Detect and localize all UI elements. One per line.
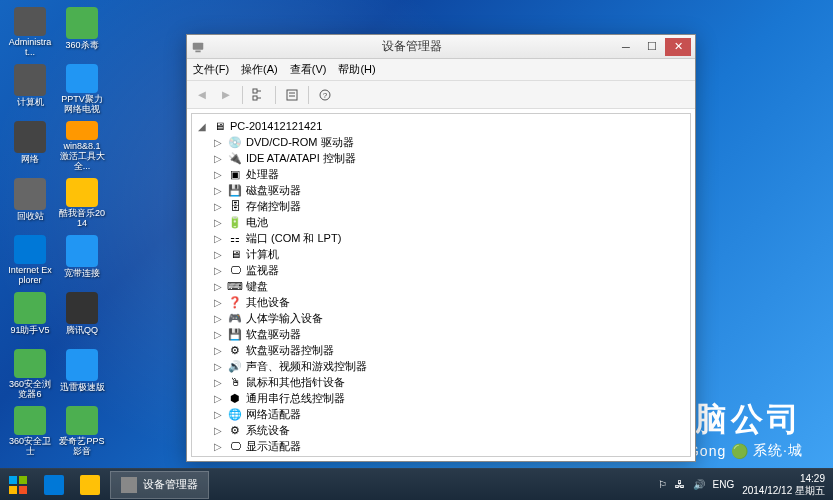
tree-node[interactable]: ▷💾软盘驱动器 [212, 326, 686, 342]
expand-icon[interactable]: ▷ [212, 217, 224, 228]
desktop-icon[interactable]: 回收站 [5, 176, 55, 231]
tree-view-button[interactable] [248, 84, 270, 106]
tree-node[interactable]: ▷💾磁盘驱动器 [212, 182, 686, 198]
icon-label: 360安全浏览器6 [7, 380, 53, 400]
desktop-icon[interactable]: PPTV聚力 网络电视 [57, 62, 107, 117]
tree-node[interactable]: ▷🌐网络适配器 [212, 406, 686, 422]
desktop-icon[interactable]: 计算机 [5, 62, 55, 117]
app-icon [14, 406, 46, 435]
expand-icon[interactable]: ▷ [212, 377, 224, 388]
taskbar-app-device-manager[interactable]: 设备管理器 [110, 471, 209, 499]
minimize-button[interactable]: ─ [613, 38, 639, 56]
node-label: 软盘驱动器控制器 [246, 343, 334, 358]
tree-node[interactable]: ▷🖵显示适配器 [212, 438, 686, 454]
svg-rect-1 [195, 50, 200, 52]
tree-node[interactable]: ▷⬢通用串行总线控制器 [212, 390, 686, 406]
menu-view[interactable]: 查看(V) [290, 62, 327, 77]
icon-label: 宽带连接 [64, 269, 100, 279]
properties-button[interactable] [281, 84, 303, 106]
desktop-icon[interactable]: 爱奇艺PPS影音 [57, 404, 107, 459]
close-button[interactable]: ✕ [665, 38, 691, 56]
expand-icon[interactable]: ▷ [212, 297, 224, 308]
tree-node[interactable]: ▷⌨键盘 [212, 278, 686, 294]
tree-node[interactable]: ▷⚙软盘驱动器控制器 [212, 342, 686, 358]
expand-icon[interactable]: ▷ [212, 393, 224, 404]
tree-node[interactable]: ▷❓其他设备 [212, 294, 686, 310]
tray-clock[interactable]: 14:29 2014/12/12 星期五 [742, 473, 825, 497]
taskbar-explorer-icon[interactable] [72, 471, 108, 499]
desktop-icon[interactable]: Administrat... [5, 5, 55, 60]
expand-icon[interactable]: ▷ [212, 169, 224, 180]
desktop-icon[interactable]: 360安全浏览器6 [5, 347, 55, 402]
tree-node[interactable]: ▷🗄存储控制器 [212, 198, 686, 214]
expand-icon[interactable]: ▷ [212, 441, 224, 452]
help-button[interactable]: ? [314, 84, 336, 106]
expand-icon[interactable]: ▷ [212, 329, 224, 340]
node-label: 键盘 [246, 279, 268, 294]
tree-node[interactable]: ▷🔊声音、视频和游戏控制器 [212, 358, 686, 374]
desktop-icon[interactable]: 酷我音乐2014 [57, 176, 107, 231]
tree-node[interactable]: ▷🎮人体学输入设备 [212, 310, 686, 326]
taskbar: 设备管理器 ⚐ 🖧 🔊 ENG 14:29 2014/12/12 星期五 [0, 468, 833, 500]
expand-icon[interactable]: ▷ [212, 185, 224, 196]
collapse-icon[interactable]: ◢ [196, 121, 208, 132]
app-icon [191, 40, 205, 54]
menu-action[interactable]: 操作(A) [241, 62, 278, 77]
tree-node[interactable]: ▷🖥计算机 [212, 246, 686, 262]
maximize-button[interactable]: ☐ [639, 38, 665, 56]
tree-node[interactable]: ▷⚏端口 (COM 和 LPT) [212, 230, 686, 246]
tree-root-node[interactable]: ◢ 🖥 PC-201412121421 [196, 118, 686, 134]
tray-flag-icon[interactable]: ⚐ [658, 479, 667, 490]
device-icon: 💾 [227, 327, 243, 341]
device-icon: 🔌 [227, 151, 243, 165]
expand-icon[interactable]: ▷ [212, 233, 224, 244]
expand-icon[interactable]: ▷ [212, 201, 224, 212]
tree-node[interactable]: ▷▣处理器 [212, 166, 686, 182]
tree-node[interactable]: ▷🖱鼠标和其他指针设备 [212, 374, 686, 390]
tray-ime[interactable]: ENG [713, 479, 735, 490]
icon-label: 计算机 [17, 98, 44, 108]
desktop-icon[interactable]: 360杀毒 [57, 5, 107, 60]
tree-node[interactable]: ▷💿DVD/CD-ROM 驱动器 [212, 134, 686, 150]
expand-icon[interactable]: ▷ [212, 281, 224, 292]
svg-rect-0 [193, 42, 204, 49]
titlebar[interactable]: 设备管理器 ─ ☐ ✕ [187, 35, 695, 59]
app-icon [14, 292, 46, 324]
tree-node[interactable]: ▷⚙系统设备 [212, 422, 686, 438]
start-button[interactable] [0, 469, 36, 501]
taskbar-ie-icon[interactable] [36, 471, 72, 499]
tree-node[interactable]: ▷🔌IDE ATA/ATAPI 控制器 [212, 150, 686, 166]
device-icon: 🔋 [227, 215, 243, 229]
desktop-icon[interactable]: 91助手V5 [5, 290, 55, 345]
expand-icon[interactable]: ▷ [212, 249, 224, 260]
expand-icon[interactable]: ▷ [212, 409, 224, 420]
expand-icon[interactable]: ▷ [212, 265, 224, 276]
tray-volume-icon[interactable]: 🔊 [693, 479, 705, 490]
desktop-icon[interactable]: 腾讯QQ [57, 290, 107, 345]
node-label: 监视器 [246, 263, 279, 278]
desktop-icon[interactable]: win8&8.1激活工具大全... [57, 119, 107, 174]
expand-icon[interactable]: ▷ [212, 137, 224, 148]
expand-icon[interactable]: ▷ [212, 361, 224, 372]
desktop-icon[interactable]: 宽带连接 [57, 233, 107, 288]
device-tree[interactable]: ◢ 🖥 PC-201412121421 ▷💿DVD/CD-ROM 驱动器▷🔌ID… [191, 113, 691, 457]
back-button: ◄ [191, 84, 213, 106]
node-label: 其他设备 [246, 295, 290, 310]
icon-label: 91助手V5 [10, 326, 49, 336]
icon-label: 迅雷极速版 [60, 383, 105, 393]
expand-icon[interactable]: ▷ [212, 153, 224, 164]
menu-help[interactable]: 帮助(H) [338, 62, 375, 77]
menu-file[interactable]: 文件(F) [193, 62, 229, 77]
tree-node[interactable]: ▷🎙音频输入和输出 [212, 454, 686, 457]
desktop-icon[interactable]: 360安全卫士 [5, 404, 55, 459]
tree-node[interactable]: ▷🖵监视器 [212, 262, 686, 278]
tree-node[interactable]: ▷🔋电池 [212, 214, 686, 230]
expand-icon[interactable]: ▷ [212, 313, 224, 324]
desktop-icon[interactable]: Internet Explorer [5, 233, 55, 288]
desktop-icon[interactable]: 迅雷极速版 [57, 347, 107, 402]
expand-icon[interactable]: ▷ [212, 345, 224, 356]
expand-icon[interactable]: ▷ [212, 457, 224, 458]
tray-network-icon[interactable]: 🖧 [675, 479, 685, 490]
expand-icon[interactable]: ▷ [212, 425, 224, 436]
desktop-icon[interactable]: 网络 [5, 119, 55, 174]
